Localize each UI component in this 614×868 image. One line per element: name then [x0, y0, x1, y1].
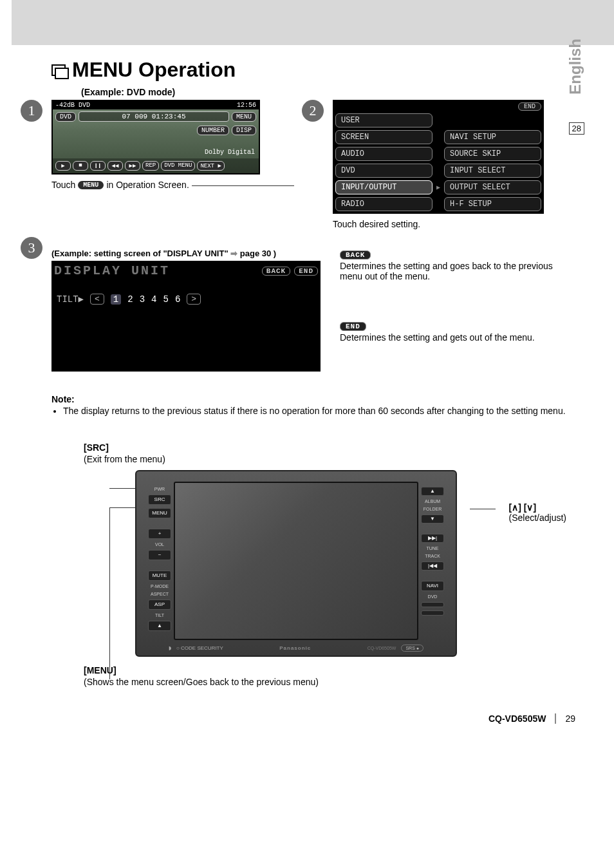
end-pill-icon: END — [340, 322, 366, 331]
dvd-number-button[interactable]: NUMBER — [197, 126, 229, 135]
unit-display-screen — [174, 482, 418, 640]
pmode-label: P-MODE — [148, 584, 171, 589]
menu-item-input-output[interactable]: INPUT/OUTPUT — [335, 180, 433, 194]
page-footer: CQ-VD6505W 29 — [0, 688, 614, 737]
eject-button[interactable]: ▲ — [148, 621, 171, 631]
down-button[interactable]: ▼ — [421, 514, 444, 524]
note-block: Note: The display returns to the previou… — [51, 394, 575, 416]
dvd-menu-button[interactable]: MENU — [232, 112, 256, 122]
forward-button[interactable]: ▶▶ — [125, 161, 140, 171]
play-button[interactable]: ▶ — [55, 161, 71, 171]
tilt-3[interactable]: 3 — [140, 294, 145, 305]
dvd-label: DVD — [421, 594, 444, 599]
end-button[interactable]: END — [518, 102, 541, 111]
step1-caption-prefix: Touch — [51, 180, 75, 190]
blank-button-2[interactable] — [421, 610, 444, 616]
rewind-button[interactable]: ◀◀ — [107, 161, 123, 171]
tilt-next-button[interactable]: > — [187, 294, 201, 305]
vol-down-button[interactable]: − — [148, 550, 171, 560]
menu-item-dvd[interactable]: DVD — [335, 164, 433, 178]
dvd-playback-info: 07 009 01:23:45 — [79, 111, 229, 122]
track-label: TRACK — [421, 554, 444, 558]
menu-pill-icon: MENU — [78, 181, 104, 189]
arrow-right-icon: ➡ — [230, 249, 237, 258]
top-grey-banner — [12, 0, 614, 45]
select-callout-sub: (Select/adjust) — [509, 513, 566, 523]
menu-item-navi-setup[interactable]: NAVI SETUP — [444, 130, 541, 144]
footer-divider — [555, 713, 556, 724]
footer-model: CQ-VD6505W — [488, 713, 546, 724]
step1-caption: Touch MENU in Operation Screen. — [51, 180, 294, 190]
display-unit-title: DISPLAY UNIT — [54, 263, 170, 278]
tilt-4[interactable]: 4 — [151, 294, 156, 305]
leader-line — [192, 185, 294, 186]
menu-item-hf-setup[interactable]: H-F SETUP — [444, 197, 541, 211]
src-callout-label: [SRC] — [84, 442, 109, 453]
tilt-prev-button[interactable]: < — [90, 294, 104, 305]
note-label: Note: — [51, 394, 75, 404]
tune-label: TUNE — [421, 546, 444, 551]
stop-button[interactable]: ■ — [73, 161, 88, 171]
navi-button[interactable]: NAVI — [421, 581, 444, 591]
blank-button-1[interactable] — [421, 602, 444, 607]
pause-button[interactable]: ❙❙ — [90, 161, 106, 171]
step1-caption-suffix: in Operation Screen. — [106, 180, 189, 190]
callout-line — [470, 509, 496, 509]
src-callout: [SRC] (Exit from the menu) — [84, 442, 575, 465]
back-button[interactable]: BACK — [262, 267, 290, 276]
head-unit-illustration: PWR SRC MENU + VOL − MUTE P-MODE ASPECT … — [135, 470, 457, 657]
tilt-2[interactable]: 2 — [127, 294, 133, 305]
vol-up-button[interactable]: + — [148, 529, 171, 539]
track-prev-button[interactable]: |◀◀ — [421, 561, 444, 571]
tilt-label: TILT▶ — [57, 294, 84, 305]
next-button[interactable]: NEXT ▶ — [197, 161, 224, 171]
up-button[interactable]: ▲ — [421, 487, 444, 496]
vol-label: VOL — [148, 542, 171, 547]
step3-caption: (Example: setting screen of "DISPLAY UNI… — [51, 249, 321, 258]
dvdmenu-button[interactable]: DVD MENU — [161, 161, 195, 171]
src-callout-sub: (Exit from the menu) — [84, 454, 165, 464]
end-button[interactable]: END — [294, 267, 318, 276]
menu-item-user[interactable]: USER — [335, 113, 433, 127]
album-label: ALBUM — [421, 499, 444, 504]
dvd-disp-button[interactable]: DISP — [232, 126, 256, 135]
unit-right-controls: ▲ ALBUM FOLDER ▼ ▶▶| TUNE TRACK |◀◀ NAVI… — [418, 482, 447, 640]
asp-button[interactable]: ASP — [148, 599, 171, 610]
repeat-button[interactable]: REP — [142, 161, 159, 171]
menu-item-source-skip[interactable]: SOURCE SKIP — [444, 147, 541, 161]
folder-label: FOLDER — [421, 507, 444, 511]
step3-caption-suffix: page 30 ) — [240, 249, 276, 258]
menu-item-screen[interactable]: SCREEN — [335, 130, 433, 144]
dvd-status-left: -42dB DVD — [55, 102, 90, 109]
pwr-label: PWR — [148, 487, 171, 491]
code-security-label: ○ CODE SECURITY — [176, 645, 223, 651]
menu-button[interactable]: MENU — [148, 508, 171, 518]
menu-item-input-select[interactable]: INPUT SELECT — [444, 164, 541, 178]
menu-item-audio[interactable]: AUDIO — [335, 147, 433, 161]
track-next-button[interactable]: ▶▶| — [421, 534, 444, 543]
back-description-block: BACK Determines the setting and goes bac… — [340, 249, 575, 281]
submenu-arrow-icon: ▶ — [436, 180, 440, 194]
display-unit-screen: DISPLAY UNIT BACK END TILT▶ < 1 2 3 4 5 … — [51, 261, 321, 372]
back-pill-icon: BACK — [340, 250, 371, 259]
step-1-badge: 1 — [21, 100, 42, 122]
tilt-5[interactable]: 5 — [163, 294, 168, 305]
brand-label: Panasonic — [279, 645, 311, 651]
menu-callout: [MENU] (Shows the menu screen/Goes back … — [84, 665, 575, 688]
dvd-mode-button[interactable]: DVD — [55, 112, 76, 122]
step1-example-label: (Example: DVD mode) — [81, 87, 575, 97]
end-description-block: END Determines the setting and gets out … — [340, 320, 575, 343]
end-description: Determines the setting and gets out of t… — [340, 332, 535, 343]
dvd-clock: 12:56 — [237, 102, 256, 109]
tilt-label: TILT — [148, 613, 171, 618]
step-3-badge: 3 — [21, 237, 42, 259]
mute-button[interactable]: MUTE — [148, 571, 171, 581]
disc-slot-icon: ◗ — [169, 645, 171, 651]
title-row: MENU Operation — [51, 58, 575, 82]
tilt-6[interactable]: 6 — [175, 294, 180, 305]
srs-badge: SRS ● — [401, 645, 423, 652]
menu-item-output-select[interactable]: OUTPUT SELECT — [444, 180, 541, 194]
src-button[interactable]: SRC — [148, 495, 171, 505]
menu-item-radio[interactable]: RADIO — [335, 197, 433, 211]
tilt-1[interactable]: 1 — [111, 294, 121, 305]
